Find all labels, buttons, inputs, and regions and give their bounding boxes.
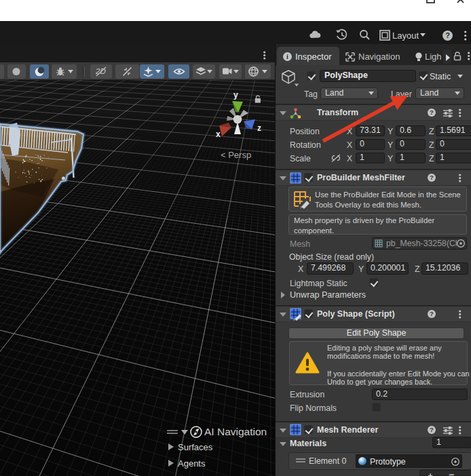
svg-text:AI Navigation: AI Navigation [204, 426, 267, 437]
svg-text:< Persp: < Persp [221, 150, 251, 160]
svg-text:x: x [216, 130, 221, 139]
svg-text:Surfaces: Surfaces [178, 442, 213, 452]
svg-text:z: z [257, 123, 261, 133]
svg-text:Agents: Agents [178, 458, 206, 469]
svg-text:y: y [233, 90, 238, 100]
